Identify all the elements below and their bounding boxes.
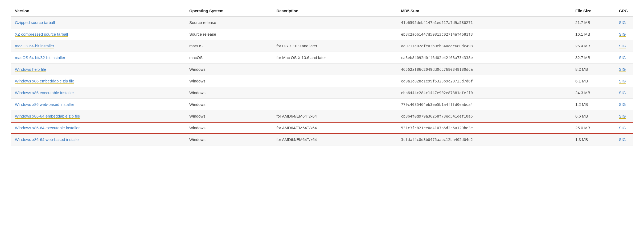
table-row: Windows x86 web-based installerWindows77… <box>11 99 633 110</box>
version-cell: Windows x86 web-based installer <box>11 99 185 110</box>
sig-link[interactable]: SIG <box>619 32 626 37</box>
table-row: Windows x86 embeddable zip fileWindowsed… <box>11 75 633 87</box>
description-cell <box>272 28 397 40</box>
gpg-cell: SIG <box>615 122 633 134</box>
gpg-cell: SIG <box>615 134 633 145</box>
col-header-gpg: GPG <box>615 5 633 16</box>
sig-link[interactable]: SIG <box>619 20 626 25</box>
os-cell: Windows <box>185 110 272 122</box>
sig-link[interactable]: SIG <box>619 67 626 72</box>
description-cell: for OS X 10.9 and later <box>272 40 397 52</box>
gpg-cell: SIG <box>615 99 633 110</box>
gpg-cell: SIG <box>615 52 633 64</box>
version-link[interactable]: Windows x86-64 embeddable zip file <box>15 114 80 119</box>
filesize-cell: 24.3 MB <box>571 87 615 99</box>
col-header-md5: MD5 Sum <box>397 5 571 16</box>
filesize-cell: 16.1 MB <box>571 28 615 40</box>
description-cell: for Mac OS X 10.6 and later <box>272 52 397 64</box>
description-cell <box>272 16 397 28</box>
sig-link[interactable]: SIG <box>619 55 626 60</box>
version-link[interactable]: Windows help file <box>15 67 46 72</box>
table-row: Gzipped source tarballSource release41b6… <box>11 16 633 28</box>
filesize-cell: 25.0 MB <box>571 122 615 134</box>
table-row: Windows x86-64 embeddable zip fileWindow… <box>11 110 633 122</box>
col-header-filesize: File Size <box>571 5 615 16</box>
md5-cell: 531c3fc821ce0a4107b6d2c6a129be3e <box>397 122 571 134</box>
description-cell <box>272 99 397 110</box>
table-row: Windows x86 executable installerWindowse… <box>11 87 633 99</box>
md5-cell: ebb6444c284c1447e902e87381afeff0 <box>397 87 571 99</box>
filesize-cell: 1.3 MB <box>571 134 615 145</box>
description-cell: for AMD64/EM64T/x64 <box>272 110 397 122</box>
os-cell: Windows <box>185 99 272 110</box>
col-header-version: Version <box>11 5 185 16</box>
gpg-cell: SIG <box>615 87 633 99</box>
md5-cell: 3cfdaf4c8d3b0475aaec12ba402d04d2 <box>397 134 571 145</box>
version-cell: Windows x86-64 embeddable zip file <box>11 110 185 122</box>
version-link[interactable]: Windows x86-64 web-based installer <box>15 137 80 142</box>
gpg-cell: SIG <box>615 64 633 75</box>
version-link[interactable]: Windows x86-64 executable installer <box>15 126 80 130</box>
table-header-row: Version Operating System Description MD5… <box>11 5 633 16</box>
sig-link[interactable]: SIG <box>619 137 626 142</box>
os-cell: macOS <box>185 52 272 64</box>
sig-link[interactable]: SIG <box>619 79 626 84</box>
filesize-cell: 8.2 MB <box>571 64 615 75</box>
version-cell: Windows x86-64 executable installer <box>11 122 185 134</box>
md5-cell: 41b6595deb4147a1ed517a7d9a580271 <box>397 16 571 28</box>
os-cell: Windows <box>185 122 272 134</box>
sig-link[interactable]: SIG <box>619 90 626 95</box>
gpg-cell: SIG <box>615 75 633 87</box>
version-link[interactable]: XZ compressed source tarball <box>15 32 68 37</box>
os-cell: Windows <box>185 75 272 87</box>
sig-link[interactable]: SIG <box>619 44 626 48</box>
os-cell: macOS <box>185 40 272 52</box>
md5-cell: ae0717a02efea3b0eb34aadc680dc498 <box>397 40 571 52</box>
version-link[interactable]: Windows x86 embeddable zip file <box>15 79 74 84</box>
description-cell <box>272 64 397 75</box>
os-cell: Windows <box>185 87 272 99</box>
version-link[interactable]: Windows x86 web-based installer <box>15 102 74 107</box>
version-link[interactable]: Gzipped source tarball <box>15 20 55 25</box>
version-cell: Windows help file <box>11 64 185 75</box>
sig-link[interactable]: SIG <box>619 114 626 119</box>
version-cell: Gzipped source tarball <box>11 16 185 28</box>
version-cell: XZ compressed source tarball <box>11 28 185 40</box>
md5-cell: eb8c2a6b1447d50813c02714af4681f3 <box>397 28 571 40</box>
filesize-cell: 26.4 MB <box>571 40 615 52</box>
description-cell <box>272 87 397 99</box>
gpg-cell: SIG <box>615 28 633 40</box>
os-cell: Source release <box>185 28 272 40</box>
filesize-cell: 1.2 MB <box>571 99 615 110</box>
version-cell: macOS 64-bit installer <box>11 40 185 52</box>
gpg-cell: SIG <box>615 110 633 122</box>
description-cell: for AMD64/EM64T/x64 <box>272 122 397 134</box>
md5-cell: 779c4085464eb3ee5b1a4fffd0eabca4 <box>397 99 571 110</box>
table-row: Windows help fileWindows46562af86c2049dd… <box>11 64 633 75</box>
sig-link[interactable]: SIG <box>619 102 626 107</box>
version-link[interactable]: Windows x86 executable installer <box>15 90 74 95</box>
description-cell: for AMD64/EM64T/x64 <box>272 134 397 145</box>
table-row: XZ compressed source tarballSource relea… <box>11 28 633 40</box>
md5-cell: ca3eb84092d0ff6d02e42f63a734338e <box>397 52 571 64</box>
filesize-cell: 6.6 MB <box>571 110 615 122</box>
version-cell: macOS 64-bit/32-bit installer <box>11 52 185 64</box>
table-row: macOS 64-bit/32-bit installermacOSfor Ma… <box>11 52 633 64</box>
md5-cell: ed9a1c028c1e99f5323b9c20723d7d6f <box>397 75 571 87</box>
downloads-table: Version Operating System Description MD5… <box>11 5 633 145</box>
md5-cell: cb8b4f0d979a36258f73ed541def10a5 <box>397 110 571 122</box>
md5-cell: 46562af86c2049dd0cc7680348180dca <box>397 64 571 75</box>
filesize-cell: 6.1 MB <box>571 75 615 87</box>
filesize-cell: 21.7 MB <box>571 16 615 28</box>
version-link[interactable]: macOS 64-bit/32-bit installer <box>15 55 65 60</box>
col-header-os: Operating System <box>185 5 272 16</box>
os-cell: Windows <box>185 64 272 75</box>
table-row: macOS 64-bit installermacOSfor OS X 10.9… <box>11 40 633 52</box>
version-cell: Windows x86 executable installer <box>11 87 185 99</box>
version-cell: Windows x86 embeddable zip file <box>11 75 185 87</box>
col-header-description: Description <box>272 5 397 16</box>
version-link[interactable]: macOS 64-bit installer <box>15 44 54 48</box>
table-row: Windows x86-64 executable installerWindo… <box>11 122 633 134</box>
sig-link[interactable]: SIG <box>619 126 626 130</box>
description-cell <box>272 75 397 87</box>
